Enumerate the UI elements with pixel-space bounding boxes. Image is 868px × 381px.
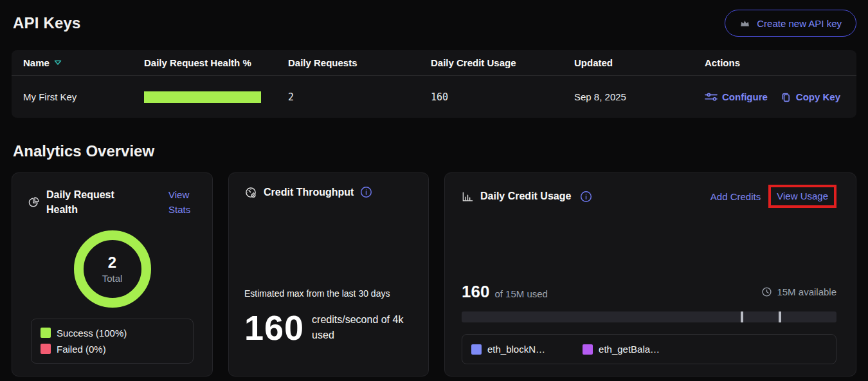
- usage-progress-bar: [462, 311, 836, 322]
- legend-item-failed: Failed (0%): [41, 341, 184, 357]
- eth-blocknumber-swatch: [471, 344, 482, 355]
- throughput-value-row: 160 credits/second of 4k used: [244, 308, 413, 348]
- throughput-stats: Estimated max from the last 30 days 160 …: [244, 288, 413, 348]
- success-swatch: [41, 328, 51, 338]
- legend-item-eth-getbalance: eth_getBala…: [583, 341, 660, 357]
- column-header-name[interactable]: Name: [23, 57, 144, 68]
- daily-request-health-card: Daily Request Health View Stats 2 Total …: [12, 172, 213, 376]
- gauge-icon: [244, 186, 257, 199]
- usage-marker: [779, 311, 781, 322]
- view-usage-highlight-box: View Usage: [768, 185, 836, 208]
- pie-chart-icon: [28, 196, 40, 209]
- usage-card-title: Daily Credit Usage: [480, 189, 571, 203]
- donut-total-label: Total: [102, 273, 123, 284]
- daily-credit-usage-card: Daily Credit Usage Add Credits View Usag…: [444, 172, 856, 376]
- view-usage-link[interactable]: View Usage: [777, 190, 828, 201]
- column-header-daily-credit-usage: Daily Credit Usage: [431, 57, 574, 68]
- success-label: Success (100%): [57, 328, 127, 339]
- bar-chart-icon: [462, 190, 474, 203]
- donut-total-value: 2: [108, 254, 116, 272]
- page-header: API Keys Create new API key: [12, 9, 856, 37]
- usage-legend: eth_blockN… eth_getBala…: [462, 334, 836, 364]
- usage-card-header: Daily Credit Usage Add Credits View Usag…: [462, 185, 836, 208]
- clock-icon: [761, 286, 772, 297]
- health-bar-cell: [144, 91, 288, 103]
- health-bar-fill: [144, 91, 261, 103]
- health-legend: Success (100%) Failed (0%): [31, 319, 194, 364]
- crown-icon: [739, 18, 750, 29]
- table-header-row: Name Daily Request Health % Daily Reques…: [12, 50, 856, 76]
- daily-requests-value: 2: [288, 91, 431, 103]
- throughput-card-header: Credit Throughput: [244, 185, 413, 200]
- failed-swatch: [41, 344, 51, 354]
- column-header-actions: Actions: [705, 57, 845, 68]
- usage-marker: [741, 311, 743, 322]
- health-card-header: Daily Request Health View Stats: [23, 185, 202, 218]
- configure-button[interactable]: Configure: [705, 91, 768, 103]
- copy-icon: [781, 91, 791, 103]
- analytics-cards: Daily Request Health View Stats 2 Total …: [12, 172, 856, 376]
- health-bar: [144, 91, 261, 103]
- analytics-overview-title: Analytics Overview: [12, 142, 856, 160]
- page-title: API Keys: [12, 14, 81, 32]
- credits-used-suffix: of 15M used: [494, 288, 548, 299]
- credits-available-label: 15M available: [777, 286, 836, 297]
- throughput-subtitle: Estimated max from the last 30 days: [244, 288, 413, 299]
- legend-item-success: Success (100%): [41, 325, 184, 341]
- column-header-name-label: Name: [23, 57, 50, 68]
- key-name: My First Key: [23, 91, 144, 102]
- info-icon[interactable]: [580, 190, 592, 203]
- sliders-icon: [705, 92, 718, 102]
- health-card-title: Daily Request Health: [46, 187, 122, 217]
- credit-throughput-card: Credit Throughput Estimated max from the…: [228, 172, 429, 376]
- column-header-updated: Updated: [574, 57, 705, 68]
- usage-card-links: Add Credits View Usage: [710, 185, 836, 208]
- actions-cell: Configure Copy Key: [705, 91, 845, 103]
- add-credits-link[interactable]: Add Credits: [710, 191, 761, 202]
- copy-key-button[interactable]: Copy Key: [781, 91, 840, 103]
- eth-blocknumber-label: eth_blockN…: [487, 344, 545, 355]
- health-donut-chart: 2 Total: [23, 230, 202, 308]
- donut-ring: 2 Total: [74, 230, 151, 308]
- legend-item-eth-blocknumber: eth_blockN…: [471, 341, 545, 357]
- sort-chevron-down-icon: [54, 60, 62, 66]
- daily-credit-usage-value: 160: [431, 91, 574, 103]
- table-row: My First Key 2 160 Sep 8, 2025 Configure: [12, 76, 856, 118]
- throughput-card-title: Credit Throughput: [264, 185, 354, 200]
- failed-label: Failed (0%): [57, 344, 106, 355]
- copy-key-label: Copy Key: [796, 91, 840, 102]
- create-api-key-button[interactable]: Create new API key: [725, 10, 856, 37]
- eth-getbalance-label: eth_getBala…: [599, 344, 660, 355]
- view-stats-link[interactable]: View Stats: [168, 187, 199, 218]
- column-header-health: Daily Request Health %: [144, 57, 288, 68]
- credits-available: 15M available: [761, 286, 836, 297]
- usage-stats-row: 160 of 15M used 15M available: [462, 282, 836, 302]
- column-header-daily-requests: Daily Requests: [288, 57, 431, 68]
- create-api-key-label: Create new API key: [757, 18, 842, 29]
- info-icon[interactable]: [360, 186, 372, 198]
- configure-label: Configure: [722, 91, 768, 102]
- throughput-unit: credits/second of 4k used: [312, 312, 413, 343]
- api-keys-table: Name Daily Request Health % Daily Reques…: [12, 50, 856, 118]
- throughput-value: 160: [244, 308, 304, 348]
- updated-value: Sep 8, 2025: [574, 91, 705, 102]
- dashboard-page: API Keys Create new API key Name Daily R…: [0, 9, 868, 376]
- credits-used-value: 160: [462, 282, 489, 302]
- eth-getbalance-swatch: [583, 344, 593, 355]
